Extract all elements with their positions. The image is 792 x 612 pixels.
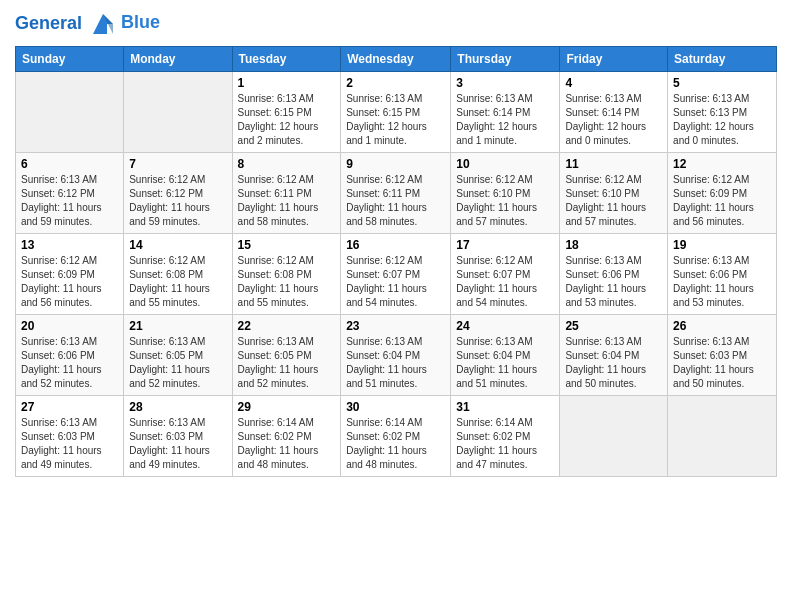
day-info: Sunrise: 6:12 AM Sunset: 6:11 PM Dayligh…	[238, 173, 336, 229]
weekday-header-monday: Monday	[124, 47, 232, 72]
day-info: Sunrise: 6:13 AM Sunset: 6:13 PM Dayligh…	[673, 92, 771, 148]
day-info: Sunrise: 6:14 AM Sunset: 6:02 PM Dayligh…	[238, 416, 336, 472]
day-info: Sunrise: 6:13 AM Sunset: 6:06 PM Dayligh…	[21, 335, 118, 391]
day-info: Sunrise: 6:13 AM Sunset: 6:14 PM Dayligh…	[565, 92, 662, 148]
day-number: 15	[238, 238, 336, 252]
day-info: Sunrise: 6:12 AM Sunset: 6:09 PM Dayligh…	[21, 254, 118, 310]
day-info: Sunrise: 6:12 AM Sunset: 6:10 PM Dayligh…	[565, 173, 662, 229]
day-info: Sunrise: 6:13 AM Sunset: 6:03 PM Dayligh…	[21, 416, 118, 472]
day-info: Sunrise: 6:13 AM Sunset: 6:04 PM Dayligh…	[346, 335, 445, 391]
day-info: Sunrise: 6:13 AM Sunset: 6:04 PM Dayligh…	[565, 335, 662, 391]
calendar-cell	[668, 396, 777, 477]
weekday-header-tuesday: Tuesday	[232, 47, 341, 72]
logo-text-blue: Blue	[121, 13, 160, 33]
calendar-cell: 16Sunrise: 6:12 AM Sunset: 6:07 PM Dayli…	[341, 234, 451, 315]
calendar-cell: 31Sunrise: 6:14 AM Sunset: 6:02 PM Dayli…	[451, 396, 560, 477]
calendar-cell: 13Sunrise: 6:12 AM Sunset: 6:09 PM Dayli…	[16, 234, 124, 315]
day-number: 16	[346, 238, 445, 252]
day-number: 11	[565, 157, 662, 171]
day-info: Sunrise: 6:13 AM Sunset: 6:04 PM Dayligh…	[456, 335, 554, 391]
day-info: Sunrise: 6:13 AM Sunset: 6:03 PM Dayligh…	[129, 416, 226, 472]
calendar-cell: 11Sunrise: 6:12 AM Sunset: 6:10 PM Dayli…	[560, 153, 668, 234]
day-number: 10	[456, 157, 554, 171]
calendar-cell	[124, 72, 232, 153]
day-number: 9	[346, 157, 445, 171]
calendar-week-3: 13Sunrise: 6:12 AM Sunset: 6:09 PM Dayli…	[16, 234, 777, 315]
day-number: 6	[21, 157, 118, 171]
calendar-cell: 4Sunrise: 6:13 AM Sunset: 6:14 PM Daylig…	[560, 72, 668, 153]
day-number: 20	[21, 319, 118, 333]
calendar-cell: 19Sunrise: 6:13 AM Sunset: 6:06 PM Dayli…	[668, 234, 777, 315]
calendar-week-2: 6Sunrise: 6:13 AM Sunset: 6:12 PM Daylig…	[16, 153, 777, 234]
day-number: 27	[21, 400, 118, 414]
day-number: 4	[565, 76, 662, 90]
day-info: Sunrise: 6:12 AM Sunset: 6:08 PM Dayligh…	[238, 254, 336, 310]
day-number: 19	[673, 238, 771, 252]
day-info: Sunrise: 6:12 AM Sunset: 6:07 PM Dayligh…	[456, 254, 554, 310]
logo-icon	[89, 10, 117, 38]
calendar-cell: 2Sunrise: 6:13 AM Sunset: 6:15 PM Daylig…	[341, 72, 451, 153]
day-info: Sunrise: 6:13 AM Sunset: 6:12 PM Dayligh…	[21, 173, 118, 229]
calendar-cell: 17Sunrise: 6:12 AM Sunset: 6:07 PM Dayli…	[451, 234, 560, 315]
day-number: 28	[129, 400, 226, 414]
calendar-cell	[560, 396, 668, 477]
day-info: Sunrise: 6:13 AM Sunset: 6:06 PM Dayligh…	[673, 254, 771, 310]
day-number: 5	[673, 76, 771, 90]
calendar-week-5: 27Sunrise: 6:13 AM Sunset: 6:03 PM Dayli…	[16, 396, 777, 477]
weekday-header-wednesday: Wednesday	[341, 47, 451, 72]
calendar-week-1: 1Sunrise: 6:13 AM Sunset: 6:15 PM Daylig…	[16, 72, 777, 153]
day-number: 22	[238, 319, 336, 333]
day-number: 24	[456, 319, 554, 333]
day-info: Sunrise: 6:12 AM Sunset: 6:07 PM Dayligh…	[346, 254, 445, 310]
day-number: 18	[565, 238, 662, 252]
day-number: 3	[456, 76, 554, 90]
calendar-cell: 18Sunrise: 6:13 AM Sunset: 6:06 PM Dayli…	[560, 234, 668, 315]
logo: General Blue	[15, 10, 160, 38]
logo-text-general: General	[15, 13, 82, 33]
calendar-cell: 10Sunrise: 6:12 AM Sunset: 6:10 PM Dayli…	[451, 153, 560, 234]
day-number: 31	[456, 400, 554, 414]
calendar-cell: 1Sunrise: 6:13 AM Sunset: 6:15 PM Daylig…	[232, 72, 341, 153]
calendar-cell: 6Sunrise: 6:13 AM Sunset: 6:12 PM Daylig…	[16, 153, 124, 234]
day-number: 25	[565, 319, 662, 333]
day-number: 21	[129, 319, 226, 333]
calendar-cell: 30Sunrise: 6:14 AM Sunset: 6:02 PM Dayli…	[341, 396, 451, 477]
day-info: Sunrise: 6:12 AM Sunset: 6:12 PM Dayligh…	[129, 173, 226, 229]
day-info: Sunrise: 6:13 AM Sunset: 6:15 PM Dayligh…	[238, 92, 336, 148]
calendar-cell: 3Sunrise: 6:13 AM Sunset: 6:14 PM Daylig…	[451, 72, 560, 153]
calendar-cell: 29Sunrise: 6:14 AM Sunset: 6:02 PM Dayli…	[232, 396, 341, 477]
calendar-cell: 21Sunrise: 6:13 AM Sunset: 6:05 PM Dayli…	[124, 315, 232, 396]
day-info: Sunrise: 6:13 AM Sunset: 6:05 PM Dayligh…	[129, 335, 226, 391]
day-number: 30	[346, 400, 445, 414]
calendar-cell: 24Sunrise: 6:13 AM Sunset: 6:04 PM Dayli…	[451, 315, 560, 396]
calendar-cell: 22Sunrise: 6:13 AM Sunset: 6:05 PM Dayli…	[232, 315, 341, 396]
day-number: 8	[238, 157, 336, 171]
day-number: 1	[238, 76, 336, 90]
day-number: 23	[346, 319, 445, 333]
weekday-header-thursday: Thursday	[451, 47, 560, 72]
day-number: 29	[238, 400, 336, 414]
calendar-cell: 20Sunrise: 6:13 AM Sunset: 6:06 PM Dayli…	[16, 315, 124, 396]
day-info: Sunrise: 6:12 AM Sunset: 6:11 PM Dayligh…	[346, 173, 445, 229]
calendar-table: SundayMondayTuesdayWednesdayThursdayFrid…	[15, 46, 777, 477]
calendar-cell: 26Sunrise: 6:13 AM Sunset: 6:03 PM Dayli…	[668, 315, 777, 396]
calendar-cell: 9Sunrise: 6:12 AM Sunset: 6:11 PM Daylig…	[341, 153, 451, 234]
day-info: Sunrise: 6:13 AM Sunset: 6:06 PM Dayligh…	[565, 254, 662, 310]
calendar-cell: 28Sunrise: 6:13 AM Sunset: 6:03 PM Dayli…	[124, 396, 232, 477]
weekday-header-friday: Friday	[560, 47, 668, 72]
calendar-cell: 14Sunrise: 6:12 AM Sunset: 6:08 PM Dayli…	[124, 234, 232, 315]
day-info: Sunrise: 6:13 AM Sunset: 6:03 PM Dayligh…	[673, 335, 771, 391]
day-info: Sunrise: 6:12 AM Sunset: 6:10 PM Dayligh…	[456, 173, 554, 229]
day-info: Sunrise: 6:12 AM Sunset: 6:08 PM Dayligh…	[129, 254, 226, 310]
calendar-week-4: 20Sunrise: 6:13 AM Sunset: 6:06 PM Dayli…	[16, 315, 777, 396]
calendar-cell: 15Sunrise: 6:12 AM Sunset: 6:08 PM Dayli…	[232, 234, 341, 315]
day-info: Sunrise: 6:12 AM Sunset: 6:09 PM Dayligh…	[673, 173, 771, 229]
page-header: General Blue	[15, 10, 777, 38]
day-number: 12	[673, 157, 771, 171]
day-number: 17	[456, 238, 554, 252]
day-info: Sunrise: 6:13 AM Sunset: 6:15 PM Dayligh…	[346, 92, 445, 148]
day-info: Sunrise: 6:14 AM Sunset: 6:02 PM Dayligh…	[456, 416, 554, 472]
day-number: 2	[346, 76, 445, 90]
weekday-header-saturday: Saturday	[668, 47, 777, 72]
calendar-cell	[16, 72, 124, 153]
